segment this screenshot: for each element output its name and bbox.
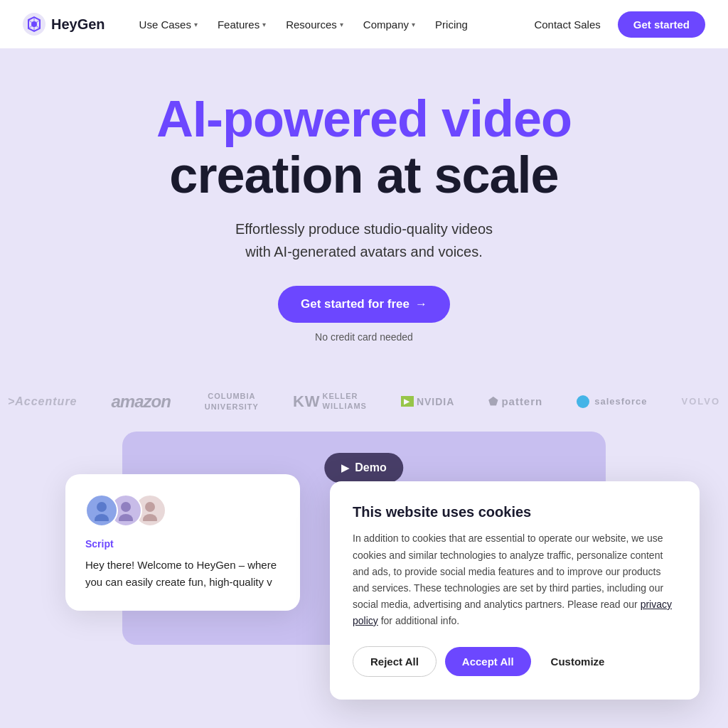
navbar: HeyGen Use Cases ▾ Features ▾ Resources … [0, 0, 728, 48]
logo-keller-williams: KW KELLERWILLIAMS [293, 392, 367, 410]
reject-all-button[interactable]: Reject All [353, 646, 437, 677]
cookie-buttons: Reject All Accept All Customize [353, 646, 677, 677]
nav-use-cases[interactable]: Use Cases ▾ [131, 13, 206, 36]
hero-section: AI-powered video creation at scale Effor… [0, 48, 728, 371]
nav-right: Contact Sales Get started [525, 11, 705, 38]
hero-title-dark: creation at scale [28, 147, 700, 203]
svg-point-7 [143, 514, 157, 521]
script-card: Script Hey there! Welcome to HeyGen – wh… [65, 474, 300, 611]
accept-all-button[interactable]: Accept All [445, 647, 531, 676]
contact-sales-button[interactable]: Contact Sales [525, 13, 609, 36]
customize-button[interactable]: Customize [540, 647, 616, 676]
svg-point-2 [97, 502, 107, 512]
logo[interactable]: HeyGen [23, 13, 105, 36]
svg-point-5 [119, 514, 133, 521]
script-label: Script [85, 538, 280, 550]
nav-links: Use Cases ▾ Features ▾ Resources ▾ Compa… [131, 13, 526, 36]
play-icon: ▶ [341, 462, 349, 473]
cookie-body: In addition to cookies that are essentia… [353, 530, 677, 629]
hero-title-purple: AI-powered video [28, 91, 700, 147]
logo-amazon: amazon [112, 392, 171, 412]
get-started-nav-button[interactable]: Get started [618, 11, 705, 38]
hero-cta-area: Get started for free → No credit card ne… [28, 286, 700, 343]
chevron-down-icon: ▾ [412, 21, 415, 28]
logos-strip: >Accenture amazon COLUMBIAUNIVERSITY KW … [0, 371, 728, 432]
logo-columbia: COLUMBIAUNIVERSITY [205, 391, 259, 412]
nav-company[interactable]: Company ▾ [355, 13, 424, 36]
nav-features[interactable]: Features ▾ [209, 13, 274, 36]
chevron-down-icon: ▾ [194, 21, 198, 28]
svg-point-6 [145, 502, 155, 512]
arrow-icon: → [415, 297, 427, 311]
logo-nvidia: ▶ NVIDIA [401, 396, 454, 407]
cookie-banner: This website uses cookies In addition to… [330, 481, 700, 700]
logo-salesforce: salesforce [577, 395, 647, 408]
logo-volvo: VOLVO [682, 396, 721, 407]
logo-pattern: ⬟ pattern [488, 395, 542, 408]
svg-point-4 [121, 502, 131, 512]
nav-pricing[interactable]: Pricing [427, 13, 476, 36]
svg-point-3 [95, 514, 109, 521]
no-credit-label: No credit card needed [315, 331, 413, 343]
cookie-title: This website uses cookies [353, 504, 677, 520]
chevron-down-icon: ▾ [262, 21, 266, 28]
logo-accenture: >Accenture [8, 395, 77, 408]
svg-point-1 [31, 21, 37, 27]
demo-button[interactable]: ▶ Demo [324, 453, 403, 483]
chevron-down-icon: ▾ [340, 21, 343, 28]
avatar-1 [85, 494, 118, 527]
hero-subtitle: Effortlessly produce studio-quality vide… [28, 218, 700, 263]
script-text: Hey there! Welcome to HeyGen – where you… [85, 557, 280, 591]
cta-get-started-button[interactable]: Get started for free → [278, 286, 450, 323]
nav-resources[interactable]: Resources ▾ [277, 13, 352, 36]
logo-text: HeyGen [51, 16, 105, 33]
avatar-row [85, 494, 280, 527]
heygen-logo-icon [23, 13, 46, 36]
